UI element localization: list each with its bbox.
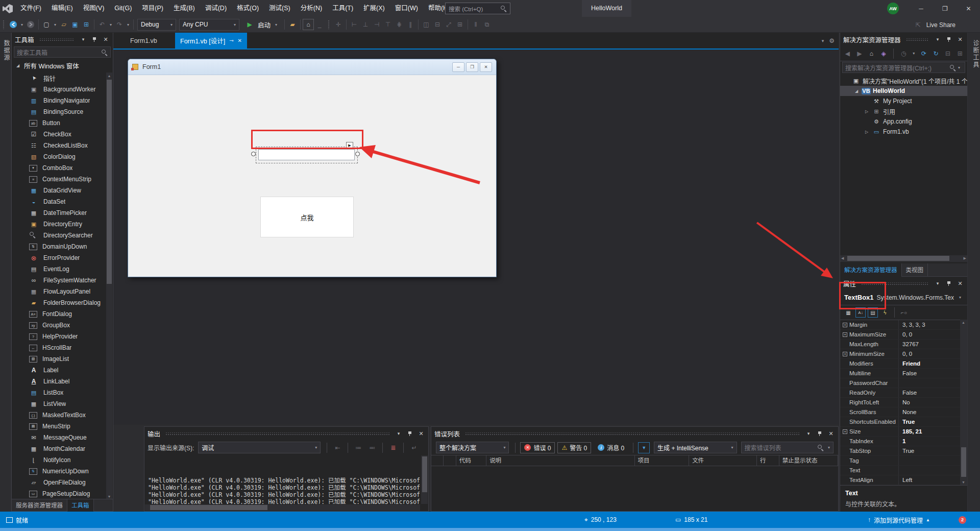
error-scope-select[interactable]: 整个解决方案▾ <box>436 442 509 453</box>
toolbox-item[interactable]: ▱ OpenFileDialog <box>12 477 113 488</box>
menu-item[interactable]: 文件(F) <box>15 0 46 17</box>
error-column-header[interactable]: 文件 <box>689 455 757 466</box>
toolbox-item[interactable]: ✉ MessageQueue <box>12 432 113 443</box>
property-row[interactable]: + Multiline False <box>840 369 967 378</box>
properties-view-icon[interactable]: ▤ <box>868 307 878 318</box>
save-icon[interactable]: ▣ <box>69 19 81 30</box>
refresh-icon[interactable]: ⟳ <box>920 48 928 59</box>
solution-explorer-search-input[interactable]: 搜索解决方案资源管理器(Ctrl+;) ▾ <box>842 62 965 73</box>
undo-dropdown-icon[interactable]: ▾ <box>108 22 114 27</box>
events-icon[interactable]: ϟ <box>880 307 890 318</box>
window-menu-icon[interactable]: ▾ <box>395 429 403 438</box>
menu-item[interactable]: 工具(T) <box>327 0 358 17</box>
close-icon[interactable]: ✕ <box>827 429 835 438</box>
window-menu-icon[interactable]: ▾ <box>804 429 813 438</box>
property-row[interactable]: + Modifiers Friend <box>840 359 967 369</box>
user-avatar[interactable]: AW <box>887 3 899 14</box>
size-to-grid-icon[interactable]: ⊞ <box>454 19 465 30</box>
property-row[interactable]: + TabIndex 1 <box>840 437 967 446</box>
tree-node[interactable]: ⚒ My Project <box>840 96 967 106</box>
search-options-icon[interactable]: ▾ <box>956 65 962 70</box>
close-icon[interactable]: ✕ <box>238 38 242 43</box>
toolbox-item[interactable]: ➤ 指针 <box>12 73 113 84</box>
new-dropdown-icon[interactable]: ▾ <box>52 22 58 27</box>
toolbox-item[interactable]: ▤ ListBox <box>12 387 113 398</box>
align-centers-icon[interactable]: ⊥ <box>360 19 371 30</box>
property-row[interactable]: + Tag <box>840 456 967 466</box>
error-list-search-input[interactable]: 搜索错误列表 ▾ <box>741 442 834 453</box>
pin-button[interactable] <box>90 35 99 43</box>
toolbar-grip[interactable] <box>3 20 5 29</box>
menu-item[interactable]: 编辑(E) <box>46 0 78 17</box>
object-dropdown-icon[interactable]: ▾ <box>957 295 963 300</box>
navigate-back-icon[interactable] <box>8 19 19 30</box>
property-row[interactable]: + MaximumSize 0, 0 <box>840 330 967 340</box>
forward-icon[interactable]: ▶ <box>855 48 864 59</box>
menu-item[interactable]: 格式(O) <box>232 0 264 17</box>
design-textbox1[interactable] <box>258 149 355 160</box>
toolbox-item[interactable]: ▣ BackgroundWorker <box>12 84 113 95</box>
toolbox-item[interactable]: ▦ DateTimePicker <box>12 207 113 219</box>
warnings-filter-button[interactable]: ⚠ 警告 0 <box>557 442 591 453</box>
object-selector[interactable]: TextBox1 System.Windows.Forms.Tex ▾ <box>840 290 967 305</box>
property-row[interactable]: + ScrollBars None <box>840 407 967 417</box>
make-same-height-icon[interactable]: ⊟ <box>432 19 443 30</box>
toolbox-item[interactable]: A LinkLabel <box>12 376 113 387</box>
toolbox-item[interactable]: ▤ MenuStrip <box>12 421 113 432</box>
tree-node[interactable]: ⚙ App.config <box>840 116 967 127</box>
property-value[interactable]: 1 <box>898 438 967 444</box>
tab-form1-designer[interactable]: Form1.vb [设计] ⊸ ✕ <box>175 33 247 49</box>
error-list-body[interactable] <box>431 466 838 512</box>
restore-button[interactable]: ❐ <box>934 0 957 17</box>
pending-changes-icon[interactable]: ◷ <box>899 48 908 59</box>
design-form-body[interactable]: ▶ 点我 <box>128 75 496 277</box>
scrollbar-thumb[interactable] <box>107 80 112 284</box>
data-sources-vertical-tab[interactable]: 数据源 <box>0 35 11 61</box>
redo-dropdown-icon[interactable]: ▾ <box>125 22 131 27</box>
output-vertical-scrollbar[interactable] <box>421 455 428 504</box>
output-source-select[interactable]: 调试▾ <box>198 442 321 453</box>
menu-item[interactable]: 生成(B) <box>168 0 200 17</box>
property-value[interactable]: None <box>898 409 967 415</box>
toolbox-item[interactable]: ▦ DataGridView <box>12 185 113 196</box>
solution-explorer-hscrollbar[interactable]: ◀ ▶ <box>840 255 967 262</box>
property-value[interactable]: True <box>898 448 967 454</box>
property-value[interactable]: 3, 3, 3, 3 <box>898 322 967 328</box>
output-horizontal-scrollbar[interactable] <box>145 504 420 511</box>
property-row[interactable]: + MaxLength 32767 <box>840 340 967 349</box>
toolbox-item[interactable]: ∞ FileSystemWatcher <box>12 275 113 286</box>
back-icon[interactable]: ◀ <box>843 48 852 59</box>
tab-toolbox[interactable]: 工具箱 <box>67 499 94 512</box>
close-icon[interactable]: ✕ <box>956 279 964 287</box>
window-menu-icon[interactable]: ▾ <box>79 35 87 43</box>
add-to-source-control-button[interactable]: ↑ 添加到源代码管理 ▲ <box>868 516 930 524</box>
tab-form1-code[interactable]: Form1.vb <box>125 33 162 49</box>
preview-home-icon[interactable]: ⌂ <box>303 19 314 30</box>
toolbox-item[interactable]: DirectorySearcher <box>12 230 113 241</box>
new-project-icon[interactable]: ▢ <box>41 19 52 30</box>
menu-item[interactable]: 调试(D) <box>200 0 232 17</box>
toolbox-item[interactable]: ▣ DirectoryEntry <box>12 219 113 230</box>
error-column-header[interactable] <box>431 455 444 466</box>
next-message-icon[interactable]: ≕ <box>366 442 378 453</box>
expander-icon[interactable]: ▷ <box>864 130 870 134</box>
save-all-icon[interactable]: ⊞ <box>81 19 92 30</box>
property-value[interactable]: No <box>898 399 967 405</box>
toolbox-item[interactable]: ☷ CheckedListBox <box>12 140 113 151</box>
solution-platform-select[interactable]: Any CPU▾ <box>179 19 239 31</box>
error-column-header[interactable]: 代码 <box>456 455 486 466</box>
undo-icon[interactable]: ↶ <box>96 19 108 30</box>
live-share-button[interactable]: ⇱ Live Share <box>913 17 955 33</box>
pin-button[interactable] <box>816 429 824 438</box>
align-middles-icon[interactable]: ⋕ <box>394 19 405 30</box>
expand-toggle-icon[interactable]: + <box>843 323 847 327</box>
toolbox-item[interactable]: ? HelpProvider <box>12 331 113 342</box>
menu-item[interactable]: 窗口(W) <box>390 0 423 17</box>
close-icon[interactable]: ✕ <box>956 35 964 43</box>
scroll-up-icon[interactable]: ▲ <box>962 321 965 324</box>
close-icon[interactable]: ✕ <box>102 35 110 43</box>
tree-node[interactable]: ▣ 解决方案"HelloWorld"(1 个项目/共 1 个) <box>840 76 967 86</box>
forms-designer-surface[interactable]: Form1 ─ ❐ ✕ ▶ 点我 <box>113 50 839 425</box>
property-value[interactable]: 0, 0 <box>898 331 967 337</box>
property-row[interactable]: + TabStop True <box>840 446 967 456</box>
